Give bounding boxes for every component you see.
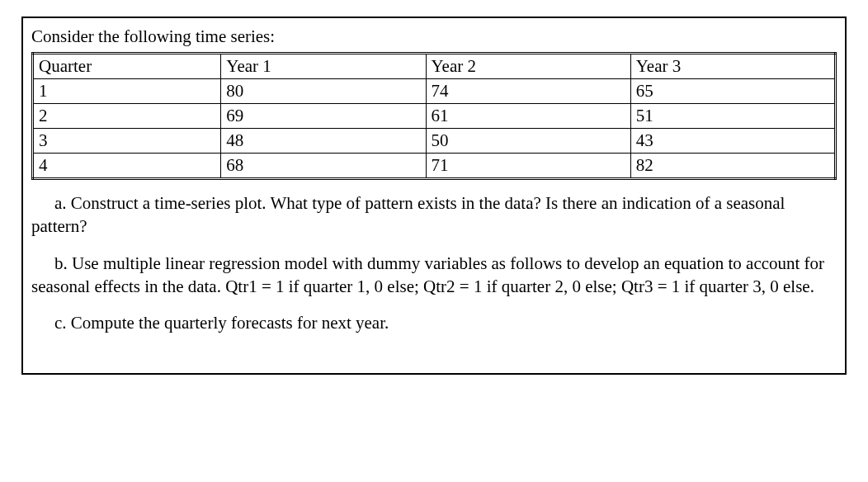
cell-year3: 43	[630, 129, 835, 154]
question-c: c. Compute the quarterly forecasts for n…	[31, 311, 837, 334]
cell-quarter: 3	[33, 129, 221, 154]
cell-year1: 48	[221, 129, 426, 154]
table-row: 2 69 61 51	[33, 104, 836, 129]
cell-year1: 80	[221, 79, 426, 104]
cell-quarter: 4	[33, 154, 221, 179]
cell-year3: 51	[630, 104, 835, 129]
table-row: 1 80 74 65	[33, 79, 836, 104]
cell-quarter: 2	[33, 104, 221, 129]
cell-quarter: 1	[33, 79, 221, 104]
header-year1: Year 1	[221, 54, 426, 79]
header-quarter: Quarter	[33, 54, 221, 79]
header-year3: Year 3	[630, 54, 835, 79]
question-b: b. Use multiple linear regression model …	[31, 252, 837, 299]
cell-year3: 82	[630, 154, 835, 179]
cell-year1: 69	[221, 104, 426, 129]
problem-container: Consider the following time series: Quar…	[21, 17, 847, 375]
cell-year2: 74	[426, 79, 630, 104]
cell-year1: 68	[221, 154, 426, 179]
question-a: a. Construct a time-series plot. What ty…	[31, 191, 837, 239]
time-series-table: Quarter Year 1 Year 2 Year 3 1 80 74 65 …	[31, 52, 837, 180]
table-row: 3 48 50 43	[33, 129, 836, 154]
cell-year2: 50	[426, 129, 630, 154]
header-year2: Year 2	[426, 54, 630, 79]
cell-year2: 71	[426, 154, 630, 179]
cell-year2: 61	[426, 104, 630, 129]
intro-text: Consider the following time series:	[31, 26, 837, 47]
table-header-row: Quarter Year 1 Year 2 Year 3	[33, 54, 836, 79]
table-row: 4 68 71 82	[33, 154, 836, 179]
cell-year3: 65	[630, 79, 835, 104]
